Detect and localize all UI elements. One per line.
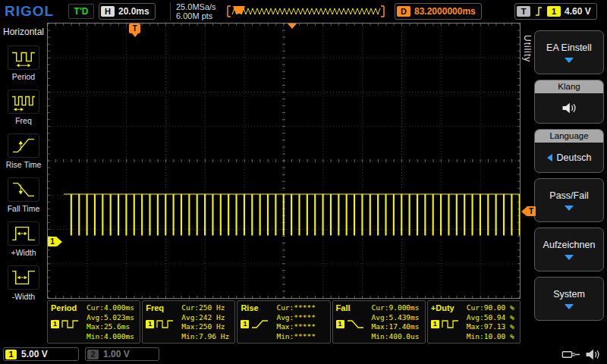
trigger-box[interactable]: T 1 4.60 V [514, 3, 597, 20]
measurement-value: Min:***** [276, 332, 327, 341]
pulse-icon [61, 318, 80, 329]
measure-item-list: PeriodFreqRise TimeFall Time+Width-Width [0, 46, 47, 301]
menu-button-aufzeichnen[interactable]: Aufzeichnen [534, 228, 604, 271]
plus-width-icon [8, 221, 39, 246]
rigol-logo: RIGOL [5, 3, 54, 20]
measurement-value: Cur:***** [276, 303, 327, 312]
trigger-time-marker[interactable]: T [129, 24, 140, 37]
measurement-panel-freq[interactable]: Freq1Cur:250 HzAvg:242 HzMax:250 HzMin:7… [142, 300, 235, 344]
speaker-icon [584, 347, 601, 362]
measure-item-label: Rise Time [6, 160, 42, 169]
measure-sidebar: Horizontal PeriodFreqRise TimeFall Time+… [0, 23, 47, 345]
measure-item-period[interactable]: Period [0, 46, 47, 81]
measurement-name: Rise [241, 303, 258, 312]
button-label: Aufzeichnen [543, 240, 596, 250]
rise-time-icon [8, 133, 39, 158]
utility-menu-buttons: EA EinstellKlangLanguageDeutschPass/Fail… [534, 30, 604, 321]
speaker-icon [561, 101, 577, 115]
channel-badge: 1 [336, 320, 344, 328]
measure-sidebar-title: Horizontal [0, 27, 47, 37]
bottom-status-bar: 1 5.00 V 2 1.00 V [0, 345, 607, 364]
trigger-position-icon[interactable] [288, 24, 297, 29]
measurement-name: Freq [146, 303, 164, 312]
memory-depth: 6.00M pts [176, 11, 216, 20]
trigger-source-badge: 1 [547, 6, 561, 17]
measure-item-label: Freq [15, 116, 32, 125]
pulse-icon [442, 318, 460, 329]
freq-icon [8, 89, 39, 114]
measure-item-label: +Width [11, 248, 36, 257]
measurement-panel-rise[interactable]: Rise1Cur:*****Avg:*****Max:*****Min:****… [237, 300, 330, 344]
measurement-panel-duty[interactable]: +Duty1Cur:90.00 %Avg:50.94 %Max:97.13 %M… [427, 300, 521, 344]
channel1-status[interactable]: 1 5.00 V [3, 347, 79, 361]
button-label: EA Einstell [546, 42, 592, 53]
measure-item-width[interactable]: -Width [0, 265, 47, 301]
delay-box[interactable]: D 83.2000000ms [395, 3, 482, 20]
delay-value: 83.2000000ms [414, 6, 476, 17]
measurement-name: Fall [336, 303, 351, 312]
measure-item-freq[interactable]: Freq [0, 89, 47, 125]
channel2-scale: 1.00 V [103, 349, 130, 359]
button-label: Pass/Fail [549, 190, 588, 201]
pulse-icon [156, 318, 175, 329]
utility-menu-title: Utility [522, 35, 533, 62]
trigger-label: T [517, 6, 530, 17]
utility-menu: Utility EA EinstellKlangLanguageDeutschP… [521, 23, 607, 345]
rise-small-icon [251, 318, 269, 329]
channel1-badge: 1 [5, 350, 17, 359]
usb-icon [561, 349, 581, 360]
button-label: System [553, 289, 585, 300]
channel2-status[interactable]: 2 1.00 V [85, 347, 159, 361]
measure-item-fall-time[interactable]: Fall Time [0, 177, 47, 213]
measurement-value: Avg:5.439ms [372, 313, 423, 322]
minus-width-icon [8, 265, 39, 290]
measure-item-width[interactable]: +Width [0, 221, 47, 257]
trigger-level-marker[interactable]: T [521, 206, 536, 216]
top-status-bar: RIGOL T'D H 20.0ms 25.0MSa/s 6.00M pts D… [0, 0, 607, 23]
measurement-value: Max:97.13 % [467, 322, 517, 331]
measurement-value: Avg:***** [276, 313, 327, 322]
channel-badge: 1 [241, 320, 249, 328]
trigger-level-value: 4.60 V [565, 6, 591, 17]
rising-edge-icon [534, 5, 543, 17]
timebase-label: H [101, 6, 115, 17]
trigger-status-badge: T'D [68, 4, 94, 19]
measurement-value: Min:7.96 Hz [181, 332, 232, 341]
channel1-scale: 5.00 V [21, 349, 48, 359]
fall-time-icon [8, 177, 39, 202]
measurement-value: Max:250 Hz [181, 322, 232, 331]
waveform-display: T [47, 23, 521, 299]
oscilloscope-screen: RIGOL T'D H 20.0ms 25.0MSa/s 6.00M pts D… [0, 0, 607, 364]
channel-badge: 1 [51, 320, 59, 328]
button-value: Deutsch [557, 152, 592, 163]
menu-button-ea-einstell[interactable]: EA Einstell [534, 30, 604, 74]
measurement-name: Period [51, 303, 77, 312]
measurement-panel-fall[interactable]: Fall1Cur:9.000msAvg:5.439msMax:17.40msMi… [332, 300, 426, 344]
menu-button-klang[interactable]: Klang [534, 80, 604, 124]
channel2-badge: 2 [87, 350, 99, 359]
menu-button-pass-fail[interactable]: Pass/Fail [534, 178, 604, 222]
button-label: Klang [535, 80, 603, 93]
menu-button-language[interactable]: LanguageDeutsch [534, 129, 604, 173]
chevron-down-icon [565, 255, 574, 260]
chevron-down-icon [565, 206, 574, 211]
measurement-value: Cur:9.000ms [372, 303, 423, 312]
timebase-value: 20.0ms [118, 6, 149, 17]
measure-item-rise-time[interactable]: Rise Time [0, 133, 47, 169]
measurement-value: Max:***** [276, 322, 327, 331]
measurement-value: Avg:50.94 % [467, 313, 517, 322]
measurement-panel-period[interactable]: Period1Cur:4.000msAvg:5.023msMax:25.6msM… [47, 300, 140, 344]
measure-item-label: Fall Time [8, 204, 40, 213]
button-label: Language [535, 130, 603, 143]
channel-badge: 1 [431, 320, 439, 328]
sample-rate: 25.0MSa/s [176, 2, 216, 11]
measurement-value: Cur:90.00 % [467, 303, 517, 312]
menu-button-system[interactable]: System [534, 277, 604, 321]
chevron-down-icon [565, 304, 574, 309]
timebase-box[interactable]: H 20.0ms [99, 3, 156, 20]
channel-badge: 1 [146, 320, 154, 328]
delay-label: D [397, 6, 410, 17]
measurement-value: Min:4.000ms [86, 332, 137, 341]
horizontal-position-indicator[interactable] [226, 5, 385, 18]
channel1-ground-marker[interactable]: 1 [48, 237, 62, 246]
